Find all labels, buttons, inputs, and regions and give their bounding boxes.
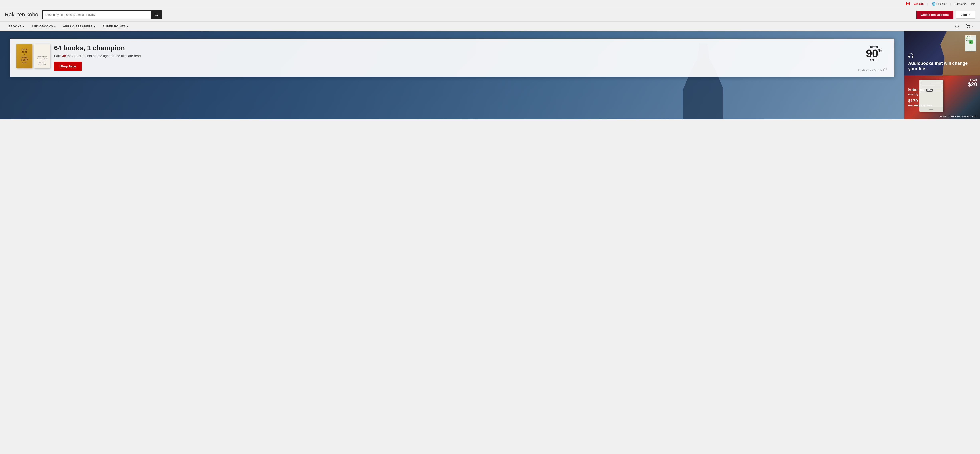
chevron-down-icon: ▾ (946, 3, 947, 5)
top-bar: 🇨🇦 Get $15 | 🌐 English ▾ | Gift Cards He… (0, 0, 980, 8)
svg-point-2 (967, 27, 968, 28)
gift-cards-link[interactable]: Gift Cards (955, 2, 966, 5)
right-panels: calm thef*ckdown sarah knight ▶ Au (904, 31, 980, 119)
free-shipping-text: Plus FREE SHIPPING (908, 104, 976, 107)
get-offer-link[interactable]: Get $15 (914, 2, 924, 5)
svg-point-3 (969, 27, 970, 28)
headphone-icon (908, 53, 976, 59)
mini-book-1: calm thef*ckdown sarah knight ▶ (965, 35, 976, 51)
language-label: English (937, 2, 945, 5)
nav-items: eBOOKS ▾ AUDIOBOOKS ▾ APPS & eREADERS ▾ … (5, 22, 952, 31)
navigation-bar: eBOOKS ▾ AUDIOBOOKS ▾ APPS & eREADERS ▾ … (0, 21, 980, 31)
book-cover-1: EMILYRUSTANOVELKATHYANG (16, 44, 32, 68)
cart-icon (965, 24, 971, 29)
device-now-only: now only (908, 93, 976, 96)
hurry-text: HURRY, OFFER ENDS MARCH 14TH (940, 115, 977, 118)
discount-badge: UP TO 90% OFF (866, 46, 882, 62)
sale-ends-text: SALE ENDS APRIL 5TH (858, 68, 887, 71)
promo-title: 64 books, 1 champion (54, 44, 888, 51)
device-content: kobo aura H2O now only $179 Plus FREE SH… (908, 88, 976, 107)
book-covers: EMILYRUSTANOVELKATHYANG The Home forUnwa… (16, 44, 50, 68)
search-icon (154, 13, 158, 17)
audiobooks-panel[interactable]: calm thef*ckdown sarah knight ▶ Au (904, 31, 980, 75)
svg-rect-4 (908, 56, 910, 57)
nav-item-audiobooks[interactable]: AUDIOBOOKS ▾ (28, 22, 59, 31)
svg-line-1 (157, 15, 158, 16)
nav-item-apps-ereaders[interactable]: APPS & eREADERS ▾ (59, 22, 99, 31)
cart-button[interactable]: ▾ (963, 22, 975, 31)
chevron-down-icon: ▾ (94, 25, 95, 28)
header-actions: Create free account Sign in (916, 11, 975, 19)
promo-subtitle: Earn 3x the Super Points on the fight fo… (54, 54, 888, 58)
help-link[interactable]: Help (970, 2, 975, 5)
promo-card: EMILYRUSTANOVELKATHYANG The Home forUnwa… (10, 38, 894, 77)
book-cover-2: The Home forUnwanted Girls JOANNA GOODMA… (34, 44, 50, 68)
create-account-button[interactable]: Create free account (916, 11, 953, 19)
kobo-logo: kobo aura H2O (908, 88, 976, 92)
device-price: $179 (908, 96, 976, 104)
shop-now-button[interactable]: Shop Now (54, 62, 82, 71)
chevron-down-icon: ▾ (54, 25, 56, 28)
arrow-icon: › (926, 66, 928, 71)
hero-banner[interactable]: EMILYRUSTANOVELKATHYANG The Home forUnwa… (0, 31, 904, 119)
sign-in-button[interactable]: Sign in (956, 11, 975, 19)
svg-rect-5 (912, 56, 913, 57)
main-content: EMILYRUSTANOVELKATHYANG The Home forUnwa… (0, 31, 980, 119)
canada-flag: 🇨🇦 (906, 2, 910, 6)
search-button[interactable] (151, 11, 162, 19)
wishlist-button[interactable] (952, 22, 962, 31)
search-bar (42, 10, 162, 19)
language-selector[interactable]: 🌐 English ▾ (932, 2, 947, 6)
save-badge: SAVE $20 (968, 78, 977, 88)
heart-icon (955, 24, 959, 29)
book-display: calm thef*ckdown sarah knight ▶ (965, 35, 976, 51)
device-panel[interactable]: SAVE $20 (904, 75, 980, 119)
chevron-down-icon: ▾ (23, 25, 25, 28)
nav-item-ebooks[interactable]: eBOOKS ▾ (5, 22, 28, 31)
promo-text: 64 books, 1 champion Earn 3x the Super P… (54, 44, 888, 71)
globe-icon: 🌐 (932, 2, 935, 6)
header: Rakuten kobo Create free account Sign in (0, 8, 980, 21)
logo[interactable]: Rakuten kobo (5, 11, 38, 18)
audiobooks-title: Audiobooks that will change your life › (908, 61, 976, 71)
chevron-down-icon: ▾ (972, 25, 973, 28)
logo-text: Rakuten kobo (5, 11, 38, 18)
nav-icons: ▾ (952, 22, 975, 31)
nav-item-super-points[interactable]: SUPER POINTS ▾ (99, 22, 132, 31)
search-input[interactable] (43, 11, 151, 19)
chevron-down-icon: ▾ (127, 25, 129, 28)
